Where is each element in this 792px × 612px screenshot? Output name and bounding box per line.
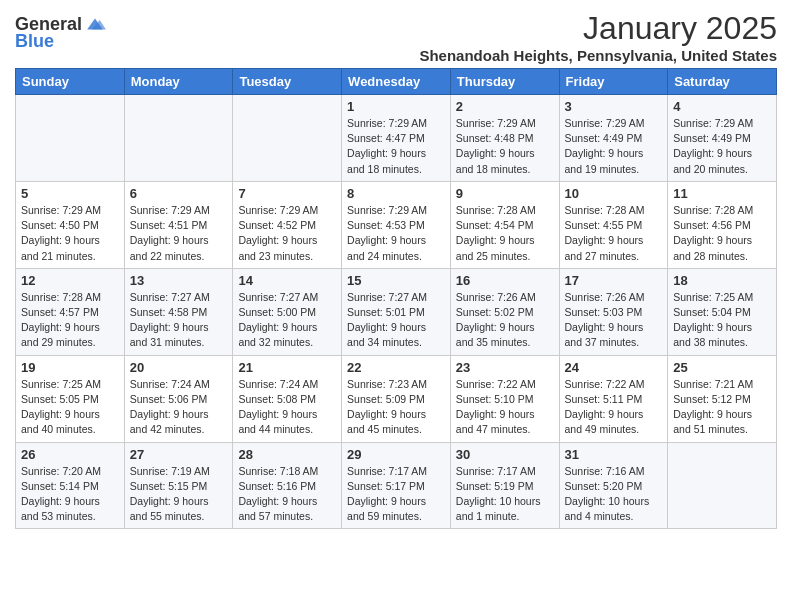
calendar-week-1: 1Sunrise: 7:29 AMSunset: 4:47 PMDaylight… [16,95,777,182]
calendar-cell: 2Sunrise: 7:29 AMSunset: 4:48 PMDaylight… [450,95,559,182]
calendar-header-row: SundayMondayTuesdayWednesdayThursdayFrid… [16,69,777,95]
day-number: 26 [21,447,119,462]
calendar-cell: 21Sunrise: 7:24 AMSunset: 5:08 PMDayligh… [233,355,342,442]
day-info: Sunrise: 7:22 AMSunset: 5:11 PMDaylight:… [565,377,663,438]
title-section: January 2025 Shenandoah Heights, Pennsyl… [419,10,777,64]
day-info: Sunrise: 7:29 AMSunset: 4:50 PMDaylight:… [21,203,119,264]
day-number: 29 [347,447,445,462]
calendar-cell: 24Sunrise: 7:22 AMSunset: 5:11 PMDayligh… [559,355,668,442]
calendar-cell [233,95,342,182]
calendar-cell [16,95,125,182]
calendar-cell: 20Sunrise: 7:24 AMSunset: 5:06 PMDayligh… [124,355,233,442]
day-info: Sunrise: 7:28 AMSunset: 4:56 PMDaylight:… [673,203,771,264]
day-info: Sunrise: 7:29 AMSunset: 4:48 PMDaylight:… [456,116,554,177]
calendar-week-5: 26Sunrise: 7:20 AMSunset: 5:14 PMDayligh… [16,442,777,529]
location-title: Shenandoah Heights, Pennsylvania, United… [419,47,777,64]
calendar-cell: 22Sunrise: 7:23 AMSunset: 5:09 PMDayligh… [342,355,451,442]
calendar-cell: 28Sunrise: 7:18 AMSunset: 5:16 PMDayligh… [233,442,342,529]
day-info: Sunrise: 7:26 AMSunset: 5:02 PMDaylight:… [456,290,554,351]
calendar-cell: 23Sunrise: 7:22 AMSunset: 5:10 PMDayligh… [450,355,559,442]
calendar-cell: 27Sunrise: 7:19 AMSunset: 5:15 PMDayligh… [124,442,233,529]
calendar-cell: 14Sunrise: 7:27 AMSunset: 5:00 PMDayligh… [233,268,342,355]
header: General Blue January 2025 Shenandoah Hei… [15,10,777,64]
day-info: Sunrise: 7:18 AMSunset: 5:16 PMDaylight:… [238,464,336,525]
calendar-table: SundayMondayTuesdayWednesdayThursdayFrid… [15,68,777,529]
day-number: 15 [347,273,445,288]
day-info: Sunrise: 7:26 AMSunset: 5:03 PMDaylight:… [565,290,663,351]
day-number: 4 [673,99,771,114]
month-title: January 2025 [419,10,777,47]
day-number: 2 [456,99,554,114]
day-number: 30 [456,447,554,462]
day-number: 21 [238,360,336,375]
day-info: Sunrise: 7:22 AMSunset: 5:10 PMDaylight:… [456,377,554,438]
day-number: 3 [565,99,663,114]
day-number: 16 [456,273,554,288]
day-number: 12 [21,273,119,288]
calendar-cell [124,95,233,182]
logo-icon [84,13,106,35]
calendar-cell: 9Sunrise: 7:28 AMSunset: 4:54 PMDaylight… [450,181,559,268]
day-info: Sunrise: 7:28 AMSunset: 4:57 PMDaylight:… [21,290,119,351]
calendar-cell [668,442,777,529]
day-number: 10 [565,186,663,201]
day-number: 31 [565,447,663,462]
day-info: Sunrise: 7:29 AMSunset: 4:51 PMDaylight:… [130,203,228,264]
day-info: Sunrise: 7:21 AMSunset: 5:12 PMDaylight:… [673,377,771,438]
calendar-cell: 17Sunrise: 7:26 AMSunset: 5:03 PMDayligh… [559,268,668,355]
calendar-header-thursday: Thursday [450,69,559,95]
day-number: 1 [347,99,445,114]
day-info: Sunrise: 7:23 AMSunset: 5:09 PMDaylight:… [347,377,445,438]
calendar-cell: 7Sunrise: 7:29 AMSunset: 4:52 PMDaylight… [233,181,342,268]
day-info: Sunrise: 7:27 AMSunset: 5:01 PMDaylight:… [347,290,445,351]
day-number: 11 [673,186,771,201]
calendar-cell: 29Sunrise: 7:17 AMSunset: 5:17 PMDayligh… [342,442,451,529]
day-info: Sunrise: 7:17 AMSunset: 5:19 PMDaylight:… [456,464,554,525]
calendar-cell: 10Sunrise: 7:28 AMSunset: 4:55 PMDayligh… [559,181,668,268]
calendar-header-friday: Friday [559,69,668,95]
day-info: Sunrise: 7:29 AMSunset: 4:52 PMDaylight:… [238,203,336,264]
calendar-cell: 6Sunrise: 7:29 AMSunset: 4:51 PMDaylight… [124,181,233,268]
calendar-header-wednesday: Wednesday [342,69,451,95]
day-number: 8 [347,186,445,201]
day-info: Sunrise: 7:28 AMSunset: 4:55 PMDaylight:… [565,203,663,264]
day-info: Sunrise: 7:29 AMSunset: 4:47 PMDaylight:… [347,116,445,177]
calendar-cell: 31Sunrise: 7:16 AMSunset: 5:20 PMDayligh… [559,442,668,529]
day-number: 23 [456,360,554,375]
page: General Blue January 2025 Shenandoah Hei… [0,0,792,544]
day-number: 13 [130,273,228,288]
day-number: 14 [238,273,336,288]
day-number: 22 [347,360,445,375]
day-number: 7 [238,186,336,201]
day-info: Sunrise: 7:27 AMSunset: 4:58 PMDaylight:… [130,290,228,351]
day-number: 6 [130,186,228,201]
calendar-cell: 8Sunrise: 7:29 AMSunset: 4:53 PMDaylight… [342,181,451,268]
calendar-cell: 11Sunrise: 7:28 AMSunset: 4:56 PMDayligh… [668,181,777,268]
day-info: Sunrise: 7:29 AMSunset: 4:53 PMDaylight:… [347,203,445,264]
calendar-cell: 12Sunrise: 7:28 AMSunset: 4:57 PMDayligh… [16,268,125,355]
logo: General Blue [15,14,106,52]
calendar-header-sunday: Sunday [16,69,125,95]
day-number: 25 [673,360,771,375]
day-number: 28 [238,447,336,462]
calendar-header-saturday: Saturday [668,69,777,95]
day-info: Sunrise: 7:19 AMSunset: 5:15 PMDaylight:… [130,464,228,525]
calendar-cell: 3Sunrise: 7:29 AMSunset: 4:49 PMDaylight… [559,95,668,182]
day-info: Sunrise: 7:28 AMSunset: 4:54 PMDaylight:… [456,203,554,264]
day-number: 27 [130,447,228,462]
day-info: Sunrise: 7:29 AMSunset: 4:49 PMDaylight:… [673,116,771,177]
calendar-cell: 1Sunrise: 7:29 AMSunset: 4:47 PMDaylight… [342,95,451,182]
day-number: 18 [673,273,771,288]
calendar-cell: 26Sunrise: 7:20 AMSunset: 5:14 PMDayligh… [16,442,125,529]
calendar-week-4: 19Sunrise: 7:25 AMSunset: 5:05 PMDayligh… [16,355,777,442]
day-info: Sunrise: 7:24 AMSunset: 5:08 PMDaylight:… [238,377,336,438]
day-info: Sunrise: 7:17 AMSunset: 5:17 PMDaylight:… [347,464,445,525]
calendar-cell: 25Sunrise: 7:21 AMSunset: 5:12 PMDayligh… [668,355,777,442]
calendar-cell: 19Sunrise: 7:25 AMSunset: 5:05 PMDayligh… [16,355,125,442]
day-info: Sunrise: 7:25 AMSunset: 5:05 PMDaylight:… [21,377,119,438]
calendar-week-3: 12Sunrise: 7:28 AMSunset: 4:57 PMDayligh… [16,268,777,355]
day-info: Sunrise: 7:29 AMSunset: 4:49 PMDaylight:… [565,116,663,177]
day-info: Sunrise: 7:25 AMSunset: 5:04 PMDaylight:… [673,290,771,351]
day-info: Sunrise: 7:27 AMSunset: 5:00 PMDaylight:… [238,290,336,351]
calendar-header-monday: Monday [124,69,233,95]
